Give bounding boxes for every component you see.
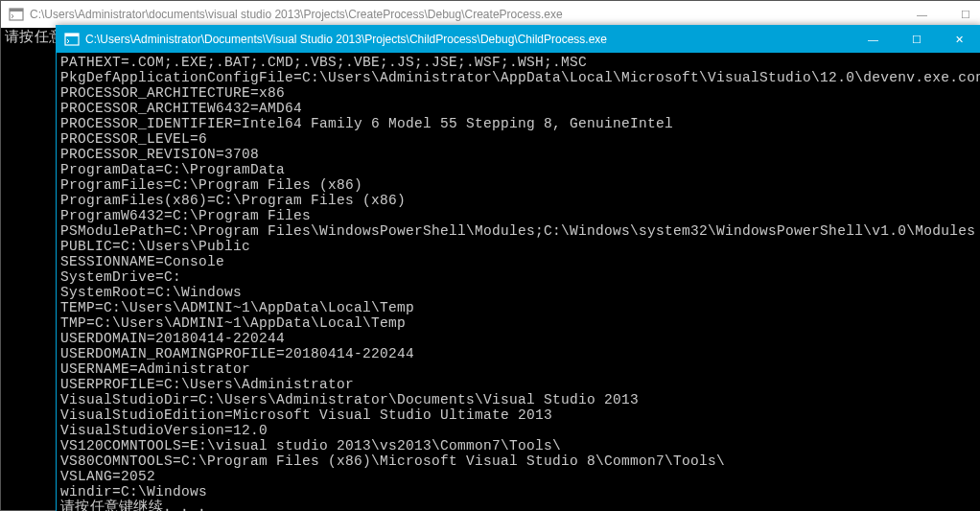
close-button[interactable]: ✕ <box>938 26 980 53</box>
child-title-text: C:\Users\Administrator\Documents\Visual … <box>85 33 852 46</box>
minimize-button[interactable]: — <box>900 1 944 28</box>
svg-rect-3 <box>65 34 79 36</box>
parent-titlebar[interactable]: C:\Users\Administrator\documents\visual … <box>1 1 980 28</box>
console-icon <box>9 7 24 22</box>
child-titlebar[interactable]: C:\Users\Administrator\Documents\Visual … <box>57 26 980 53</box>
parent-title-text: C:\Users\Administrator\documents\visual … <box>30 8 900 21</box>
child-window-controls: — ☐ ✕ <box>852 26 980 53</box>
svg-rect-1 <box>10 9 23 12</box>
parent-window-controls: — ☐ ✕ <box>900 1 980 28</box>
console-icon <box>64 32 80 47</box>
maximize-button[interactable]: ☐ <box>944 1 980 28</box>
child-console-window: C:\Users\Administrator\Documents\Visual … <box>56 25 980 511</box>
maximize-button[interactable]: ☐ <box>895 26 938 53</box>
child-console-output: PATHEXT=.COM;.EXE;.BAT;.CMD;.VBS;.VBE;.J… <box>57 53 980 511</box>
minimize-button[interactable]: — <box>852 26 895 53</box>
